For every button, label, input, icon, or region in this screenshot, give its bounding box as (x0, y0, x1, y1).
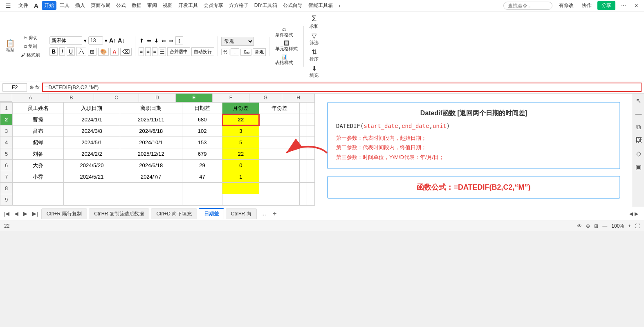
align-top-icon[interactable]: ⬆ (139, 37, 145, 45)
indent-increase-icon[interactable]: ⇒ (168, 37, 174, 45)
cell-b4[interactable]: 2024/5/1 (64, 137, 120, 148)
font-size-input[interactable] (88, 36, 103, 45)
cell-b5[interactable]: 2024/2/2 (64, 148, 120, 160)
cell-c2[interactable]: 2025/11/11 (120, 114, 182, 125)
cell-b6[interactable]: 2024/5/20 (64, 160, 120, 171)
cell-h8[interactable] (307, 183, 315, 194)
cell-e4[interactable]: 5 (222, 137, 259, 148)
cell-b2[interactable]: 2024/1/1 (64, 114, 120, 125)
hamburger-icon[interactable]: ☰ (3, 2, 13, 10)
align-center-btn[interactable]: ≡ (145, 47, 151, 56)
cell-g2[interactable] (299, 114, 307, 125)
sheet-nav-next[interactable]: ▶ (22, 210, 29, 217)
indent-decrease-icon[interactable]: ⇐ (161, 37, 167, 45)
close-icon[interactable]: ✕ (632, 2, 641, 9)
font-name-dropdown[interactable]: ▾ (84, 38, 87, 44)
cell-f7[interactable] (259, 171, 300, 183)
cell-g7[interactable] (299, 171, 307, 183)
cut-button[interactable]: ✂ 剪切 (18, 34, 43, 42)
sheet-nav-prev[interactable]: ◀ (13, 210, 20, 217)
cell-b8[interactable] (64, 183, 120, 194)
menu-formula[interactable]: 公式 (114, 1, 128, 10)
paste-button[interactable]: 📋 粘贴 (3, 39, 17, 54)
col-header-d[interactable]: D (139, 94, 176, 102)
zoom-in-icon[interactable]: + (628, 223, 631, 229)
conditional-format-btn[interactable]: 🗂 条件格式 (273, 26, 296, 39)
align-right-btn[interactable]: ≡ (152, 47, 158, 56)
sheet-nav-last[interactable]: ▶| (31, 210, 39, 217)
cell-d2[interactable]: 680 (182, 114, 222, 125)
cell-d6[interactable]: 29 (182, 160, 222, 171)
menu-view[interactable]: 视图 (160, 1, 175, 10)
share-button[interactable]: 分享 (597, 1, 615, 10)
cell-f2[interactable] (259, 114, 300, 125)
menu-diy[interactable]: DIY工具箱 (252, 1, 280, 10)
cell-d3[interactable]: 102 (182, 125, 222, 137)
grid-icon[interactable]: ⊞ (594, 223, 598, 229)
cell-a3[interactable]: 吕布 (13, 125, 64, 137)
cell-e3[interactable]: 3 (222, 125, 259, 137)
cell-e5[interactable]: 22 (222, 148, 259, 160)
col-header-f[interactable]: F (213, 94, 249, 102)
cell-a2[interactable]: 曹操 (13, 114, 64, 125)
cell-c1[interactable]: 离职日期 (120, 103, 182, 114)
align-justify-btn[interactable]: ☰ (159, 47, 166, 56)
align-bottom-icon[interactable]: ⬇ (153, 37, 159, 45)
menu-font-icon[interactable]: A (31, 1, 41, 10)
cell-c4[interactable]: 2024/10/1 (120, 137, 182, 148)
formula-input[interactable] (42, 83, 642, 92)
increase-font-icon[interactable]: A↑ (109, 37, 116, 44)
merge-center-btn[interactable]: 合并居中 (167, 47, 190, 56)
cell-g1[interactable] (299, 103, 307, 114)
strikethrough-btn[interactable]: 六 (76, 47, 86, 56)
cell-d4[interactable]: 153 (182, 137, 222, 148)
col-header-c[interactable]: C (94, 94, 139, 102)
collaborate-btn[interactable]: 协作 (579, 1, 594, 10)
cell-h1[interactable] (307, 103, 315, 114)
cell-f1[interactable]: 年份差 (259, 103, 300, 114)
cell-e8[interactable] (222, 183, 259, 194)
thousands-btn[interactable]: ， (231, 48, 239, 56)
cell-b3[interactable]: 2024/3/8 (64, 125, 120, 137)
menu-more[interactable]: › (336, 2, 343, 10)
cell-reference[interactable] (2, 83, 27, 92)
formula-icon[interactable]: ⊕ fx (29, 84, 40, 90)
eraser-btn[interactable]: ⌫ (120, 48, 132, 56)
sort-btn[interactable]: ⇅ 排序 (307, 47, 321, 63)
cell-d1[interactable]: 日期差 (182, 103, 222, 114)
cell-c3[interactable]: 2024/6/18 (120, 125, 182, 137)
menu-data[interactable]: 数据 (129, 1, 144, 10)
more-tabs-icon[interactable]: … (258, 211, 269, 217)
search-input[interactable] (503, 2, 552, 10)
col-header-h[interactable]: H (282, 94, 315, 102)
cell-c9[interactable] (120, 194, 182, 206)
cell-e2[interactable]: 22 (222, 114, 259, 125)
cell-b1[interactable]: 入职日期 (64, 103, 120, 114)
col-header-e[interactable]: E (176, 94, 213, 102)
000-btn[interactable]: .0₀₀ (240, 49, 251, 56)
menu-member[interactable]: 会员专享 (201, 1, 226, 10)
cell-a4[interactable]: 貂蝉 (13, 137, 64, 148)
sheet-tab-ctrl-r2[interactable]: Ctrl+R-复制筛选后数据 (89, 208, 149, 219)
menu-formula-guide[interactable]: 公式向导 (280, 1, 305, 10)
panel-icon[interactable]: ▣ (634, 161, 643, 172)
cell-c8[interactable] (120, 183, 182, 194)
bold-button[interactable]: B (49, 47, 58, 56)
col-header-b[interactable]: B (49, 94, 94, 102)
menu-smart-tools[interactable]: 智能工具箱 (306, 1, 335, 10)
menu-ffgz[interactable]: 方方格子 (227, 1, 251, 10)
menu-page-layout[interactable]: 页面布局 (88, 1, 113, 10)
cell-a1[interactable]: 员工姓名 (13, 103, 64, 114)
cell-e9[interactable] (222, 194, 259, 206)
col-header-a[interactable]: A (12, 94, 49, 102)
fill-btn[interactable]: ⬇ 填充 (307, 64, 321, 79)
cell-a7[interactable]: 小乔 (13, 171, 64, 183)
cell-g8[interactable] (299, 183, 307, 194)
decrease-font-icon[interactable]: A↓ (118, 37, 125, 44)
cell-d5[interactable]: 679 (182, 148, 222, 160)
cell-a6[interactable]: 大乔 (13, 160, 64, 171)
font-size-dropdown[interactable]: ▾ (105, 38, 108, 44)
cell-c6[interactable]: 2024/6/18 (120, 160, 182, 171)
sheet-nav-first[interactable]: |◀ (2, 210, 11, 217)
align-left-btn[interactable]: ≡ (139, 47, 144, 56)
